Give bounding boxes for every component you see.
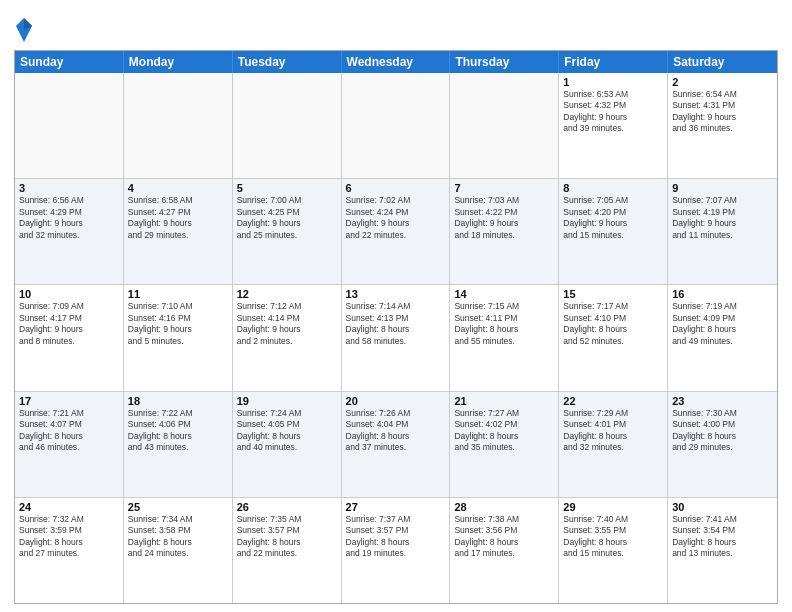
calendar-cell-20: 20Sunrise: 7:26 AM Sunset: 4:04 PM Dayli…	[342, 392, 451, 497]
calendar-cell-26: 26Sunrise: 7:35 AM Sunset: 3:57 PM Dayli…	[233, 498, 342, 603]
calendar-cell-2: 2Sunrise: 6:54 AM Sunset: 4:31 PM Daylig…	[668, 73, 777, 178]
day-info: Sunrise: 7:38 AM Sunset: 3:56 PM Dayligh…	[454, 514, 554, 560]
day-number: 27	[346, 501, 446, 513]
day-number: 30	[672, 501, 773, 513]
day-number: 6	[346, 182, 446, 194]
day-info: Sunrise: 7:09 AM Sunset: 4:17 PM Dayligh…	[19, 301, 119, 347]
logo-icon	[14, 16, 34, 44]
calendar-row-2: 10Sunrise: 7:09 AM Sunset: 4:17 PM Dayli…	[15, 285, 777, 391]
day-number: 23	[672, 395, 773, 407]
day-number: 24	[19, 501, 119, 513]
logo	[14, 16, 36, 44]
day-info: Sunrise: 7:02 AM Sunset: 4:24 PM Dayligh…	[346, 195, 446, 241]
day-number: 5	[237, 182, 337, 194]
header-saturday: Saturday	[668, 51, 777, 73]
day-info: Sunrise: 7:41 AM Sunset: 3:54 PM Dayligh…	[672, 514, 773, 560]
header-friday: Friday	[559, 51, 668, 73]
day-number: 11	[128, 288, 228, 300]
calendar-cell-17: 17Sunrise: 7:21 AM Sunset: 4:07 PM Dayli…	[15, 392, 124, 497]
calendar-cell-25: 25Sunrise: 7:34 AM Sunset: 3:58 PM Dayli…	[124, 498, 233, 603]
day-number: 7	[454, 182, 554, 194]
calendar-cell-28: 28Sunrise: 7:38 AM Sunset: 3:56 PM Dayli…	[450, 498, 559, 603]
day-info: Sunrise: 7:27 AM Sunset: 4:02 PM Dayligh…	[454, 408, 554, 454]
calendar-cell-19: 19Sunrise: 7:24 AM Sunset: 4:05 PM Dayli…	[233, 392, 342, 497]
calendar-header: SundayMondayTuesdayWednesdayThursdayFrid…	[15, 51, 777, 73]
day-number: 9	[672, 182, 773, 194]
calendar-cell-23: 23Sunrise: 7:30 AM Sunset: 4:00 PM Dayli…	[668, 392, 777, 497]
calendar-cell-22: 22Sunrise: 7:29 AM Sunset: 4:01 PM Dayli…	[559, 392, 668, 497]
day-info: Sunrise: 7:29 AM Sunset: 4:01 PM Dayligh…	[563, 408, 663, 454]
day-number: 18	[128, 395, 228, 407]
day-number: 25	[128, 501, 228, 513]
day-number: 26	[237, 501, 337, 513]
calendar-row-1: 3Sunrise: 6:56 AM Sunset: 4:29 PM Daylig…	[15, 179, 777, 285]
calendar-cell-13: 13Sunrise: 7:14 AM Sunset: 4:13 PM Dayli…	[342, 285, 451, 390]
calendar-cell-7: 7Sunrise: 7:03 AM Sunset: 4:22 PM Daylig…	[450, 179, 559, 284]
day-info: Sunrise: 7:32 AM Sunset: 3:59 PM Dayligh…	[19, 514, 119, 560]
calendar-body: 1Sunrise: 6:53 AM Sunset: 4:32 PM Daylig…	[15, 73, 777, 603]
calendar-row-3: 17Sunrise: 7:21 AM Sunset: 4:07 PM Dayli…	[15, 392, 777, 498]
calendar-cell-6: 6Sunrise: 7:02 AM Sunset: 4:24 PM Daylig…	[342, 179, 451, 284]
calendar-cell-15: 15Sunrise: 7:17 AM Sunset: 4:10 PM Dayli…	[559, 285, 668, 390]
day-info: Sunrise: 7:12 AM Sunset: 4:14 PM Dayligh…	[237, 301, 337, 347]
calendar-cell-29: 29Sunrise: 7:40 AM Sunset: 3:55 PM Dayli…	[559, 498, 668, 603]
day-number: 13	[346, 288, 446, 300]
calendar-cell-27: 27Sunrise: 7:37 AM Sunset: 3:57 PM Dayli…	[342, 498, 451, 603]
day-info: Sunrise: 7:05 AM Sunset: 4:20 PM Dayligh…	[563, 195, 663, 241]
day-info: Sunrise: 7:35 AM Sunset: 3:57 PM Dayligh…	[237, 514, 337, 560]
calendar-row-4: 24Sunrise: 7:32 AM Sunset: 3:59 PM Dayli…	[15, 498, 777, 603]
day-info: Sunrise: 7:03 AM Sunset: 4:22 PM Dayligh…	[454, 195, 554, 241]
day-number: 21	[454, 395, 554, 407]
header	[14, 12, 778, 44]
header-monday: Monday	[124, 51, 233, 73]
day-info: Sunrise: 7:34 AM Sunset: 3:58 PM Dayligh…	[128, 514, 228, 560]
page: SundayMondayTuesdayWednesdayThursdayFrid…	[0, 0, 792, 612]
calendar-cell-18: 18Sunrise: 7:22 AM Sunset: 4:06 PM Dayli…	[124, 392, 233, 497]
calendar-cell-empty-0-1	[124, 73, 233, 178]
day-number: 20	[346, 395, 446, 407]
day-info: Sunrise: 6:54 AM Sunset: 4:31 PM Dayligh…	[672, 89, 773, 135]
day-info: Sunrise: 7:14 AM Sunset: 4:13 PM Dayligh…	[346, 301, 446, 347]
day-info: Sunrise: 7:10 AM Sunset: 4:16 PM Dayligh…	[128, 301, 228, 347]
calendar-cell-8: 8Sunrise: 7:05 AM Sunset: 4:20 PM Daylig…	[559, 179, 668, 284]
day-number: 15	[563, 288, 663, 300]
calendar-cell-empty-0-3	[342, 73, 451, 178]
day-info: Sunrise: 7:30 AM Sunset: 4:00 PM Dayligh…	[672, 408, 773, 454]
calendar-cell-10: 10Sunrise: 7:09 AM Sunset: 4:17 PM Dayli…	[15, 285, 124, 390]
calendar-cell-4: 4Sunrise: 6:58 AM Sunset: 4:27 PM Daylig…	[124, 179, 233, 284]
day-info: Sunrise: 7:07 AM Sunset: 4:19 PM Dayligh…	[672, 195, 773, 241]
day-info: Sunrise: 7:24 AM Sunset: 4:05 PM Dayligh…	[237, 408, 337, 454]
day-number: 14	[454, 288, 554, 300]
calendar-cell-14: 14Sunrise: 7:15 AM Sunset: 4:11 PM Dayli…	[450, 285, 559, 390]
calendar-cell-3: 3Sunrise: 6:56 AM Sunset: 4:29 PM Daylig…	[15, 179, 124, 284]
day-info: Sunrise: 7:17 AM Sunset: 4:10 PM Dayligh…	[563, 301, 663, 347]
calendar-cell-9: 9Sunrise: 7:07 AM Sunset: 4:19 PM Daylig…	[668, 179, 777, 284]
calendar-cell-16: 16Sunrise: 7:19 AM Sunset: 4:09 PM Dayli…	[668, 285, 777, 390]
day-number: 2	[672, 76, 773, 88]
day-info: Sunrise: 7:15 AM Sunset: 4:11 PM Dayligh…	[454, 301, 554, 347]
calendar-cell-1: 1Sunrise: 6:53 AM Sunset: 4:32 PM Daylig…	[559, 73, 668, 178]
header-thursday: Thursday	[450, 51, 559, 73]
header-wednesday: Wednesday	[342, 51, 451, 73]
day-number: 3	[19, 182, 119, 194]
day-number: 10	[19, 288, 119, 300]
day-number: 19	[237, 395, 337, 407]
day-number: 12	[237, 288, 337, 300]
day-info: Sunrise: 6:53 AM Sunset: 4:32 PM Dayligh…	[563, 89, 663, 135]
day-number: 28	[454, 501, 554, 513]
day-number: 8	[563, 182, 663, 194]
day-info: Sunrise: 7:00 AM Sunset: 4:25 PM Dayligh…	[237, 195, 337, 241]
calendar-cell-empty-0-0	[15, 73, 124, 178]
calendar: SundayMondayTuesdayWednesdayThursdayFrid…	[14, 50, 778, 604]
day-info: Sunrise: 6:58 AM Sunset: 4:27 PM Dayligh…	[128, 195, 228, 241]
calendar-cell-12: 12Sunrise: 7:12 AM Sunset: 4:14 PM Dayli…	[233, 285, 342, 390]
calendar-cell-5: 5Sunrise: 7:00 AM Sunset: 4:25 PM Daylig…	[233, 179, 342, 284]
day-info: Sunrise: 7:21 AM Sunset: 4:07 PM Dayligh…	[19, 408, 119, 454]
calendar-cell-24: 24Sunrise: 7:32 AM Sunset: 3:59 PM Dayli…	[15, 498, 124, 603]
day-number: 1	[563, 76, 663, 88]
day-number: 22	[563, 395, 663, 407]
calendar-cell-30: 30Sunrise: 7:41 AM Sunset: 3:54 PM Dayli…	[668, 498, 777, 603]
calendar-cell-11: 11Sunrise: 7:10 AM Sunset: 4:16 PM Dayli…	[124, 285, 233, 390]
day-info: Sunrise: 7:19 AM Sunset: 4:09 PM Dayligh…	[672, 301, 773, 347]
header-tuesday: Tuesday	[233, 51, 342, 73]
